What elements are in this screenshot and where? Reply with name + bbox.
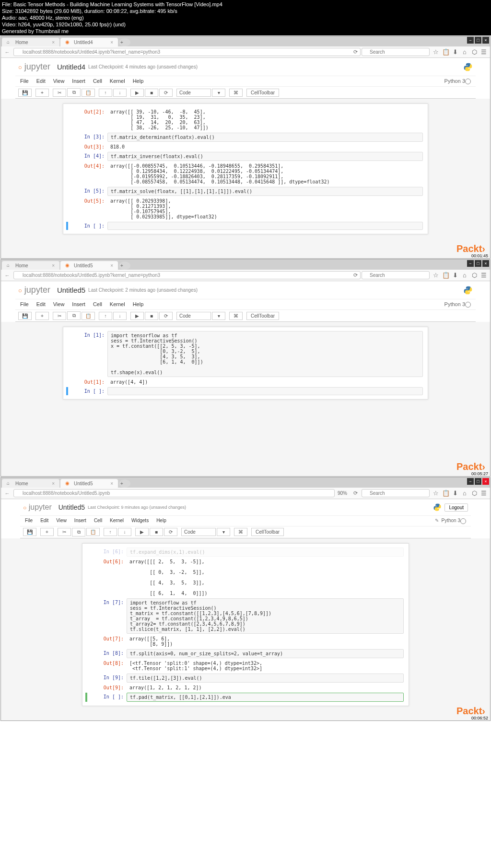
close-button[interactable]: × [482,37,489,44]
dropdown-icon[interactable]: ▾ [217,528,230,536]
run-button[interactable]: ▶ [130,89,144,97]
menu-kernel[interactable]: Kernel [110,78,125,84]
minimize-button[interactable]: − [467,478,474,485]
code-cell[interactable]: tf.matrix_inverse(floatx).eval() [107,152,423,161]
menu-help[interactable]: Help [133,78,144,84]
new-tab-button[interactable]: + [119,262,130,270]
download-icon[interactable]: ⬇ [452,490,458,497]
close-icon[interactable]: × [110,481,113,486]
restart-button[interactable]: ⟳ [159,89,173,97]
home-icon[interactable]: ⌂ [461,48,468,56]
clipboard-icon[interactable]: 📋 [442,272,449,279]
code-cell[interactable]: tf.expand_dims(x,1).eval() [127,548,404,557]
jupyter-logo[interactable]: ○ jupyter [18,285,50,295]
menu-help[interactable]: Help [156,518,166,524]
paste-button[interactable]: 📋 [86,528,100,536]
menu-file[interactable]: File [25,518,33,524]
menu-kernel[interactable]: Kernel [110,301,125,308]
search-input[interactable] [362,271,430,279]
menu-edit[interactable]: Edit [36,301,46,308]
menu-view[interactable]: View [56,518,67,524]
move-down-button[interactable]: ↓ [113,312,127,320]
code-cell[interactable]: tf.matrix_determinant(floatx).eval() [107,133,423,142]
home-icon[interactable]: ⌂ [461,490,468,497]
code-cell[interactable]: import tensorflow as tf sess = tf.Intera… [107,331,423,377]
cell-type-select[interactable]: Code [181,528,216,536]
close-icon[interactable]: × [52,263,55,268]
pocket-icon[interactable]: ⬡ [471,48,478,56]
menu-cell[interactable]: Cell [94,518,102,524]
add-cell-button[interactable]: + [35,312,49,320]
menu-kernel[interactable]: Kernel [110,518,124,524]
code-cell[interactable]: import tensorflow as tf sess = tf.Intera… [127,598,404,634]
menu-insert[interactable]: Insert [72,301,85,308]
tab-notebook[interactable]: ◉Untitled5× [60,261,118,270]
code-cell[interactable]: tf.split(axis=0, num_or_size_splits=2, v… [127,649,404,658]
menu-edit[interactable]: Edit [36,78,46,84]
code-cell[interactable] [107,387,423,395]
minimize-button[interactable]: − [467,260,474,267]
address-bar[interactable] [13,48,361,56]
star-icon[interactable]: ☆ [433,48,439,56]
code-cell[interactable]: tf.matrix_solve(floatx, [[1],[1],[1],[1]… [107,187,423,196]
stop-button[interactable]: ■ [145,89,158,97]
menu-view[interactable]: View [53,78,65,84]
back-button[interactable]: ← [4,491,11,496]
tab-notebook[interactable]: ◉Untitled5× [60,479,118,488]
cell-toolbar-button[interactable]: CellToolbar [246,89,279,97]
close-icon[interactable]: × [110,263,113,268]
new-tab-button[interactable]: + [119,38,130,46]
reload-button[interactable]: ⟳ [352,272,359,278]
maximize-button[interactable]: □ [475,37,481,44]
menu-file[interactable]: File [20,301,29,308]
jupyter-logo[interactable]: ○ jupyter [23,503,52,512]
maximize-button[interactable]: □ [475,260,481,267]
menu-cell[interactable]: Cell [93,78,102,84]
tab-notebook[interactable]: ◉Untitled4× [60,38,118,46]
search-input[interactable] [362,489,430,497]
minimize-button[interactable]: − [467,37,474,44]
reload-button[interactable]: ⟳ [352,490,359,496]
paste-button[interactable]: 📋 [82,89,95,97]
menu-cell[interactable]: Cell [93,301,102,308]
download-icon[interactable]: ⬇ [452,272,458,279]
menu-icon[interactable]: ☰ [480,490,487,497]
restart-button[interactable]: ⟳ [164,528,177,536]
run-button[interactable]: ▶ [130,312,144,320]
run-button[interactable]: ▶ [135,528,149,536]
cut-button[interactable]: ✂ [58,528,71,536]
copy-button[interactable]: ⧉ [72,528,85,537]
tab-home[interactable]: ⌂Home× [2,479,59,488]
code-cell[interactable]: tf.pad(t_matrix, [[0,1],[2,1]]).eva [127,693,404,702]
move-up-button[interactable]: ↑ [104,528,117,536]
address-bar[interactable] [13,271,361,279]
cut-button[interactable]: ✂ [53,89,66,97]
menu-edit[interactable]: Edit [40,518,48,524]
close-icon[interactable]: × [52,40,55,45]
clipboard-icon[interactable]: 📋 [442,490,449,497]
cut-button[interactable]: ✂ [53,312,66,320]
move-up-button[interactable]: ↑ [99,89,112,97]
address-bar[interactable] [13,489,335,497]
pocket-icon[interactable]: ⬡ [471,272,478,279]
save-button[interactable]: 💾 [18,89,32,97]
cell-toolbar-button[interactable]: CellToolbar [251,528,284,536]
save-button[interactable]: 💾 [18,312,32,320]
add-cell-button[interactable]: + [40,528,54,536]
menu-view[interactable]: View [53,301,65,308]
menu-file[interactable]: File [20,78,29,84]
download-icon[interactable]: ⬇ [452,48,458,56]
menu-widgets[interactable]: Widgets [131,518,149,524]
pocket-icon[interactable]: ⬡ [471,490,478,497]
close-icon[interactable]: × [110,40,113,45]
code-cell[interactable]: tf.tile([1,2],[3]).eval() [127,674,404,683]
logout-button[interactable]: Logout [444,503,468,512]
save-button[interactable]: 💾 [23,528,36,536]
menu-insert[interactable]: Insert [72,78,85,84]
star-icon[interactable]: ☆ [433,272,439,279]
paste-button[interactable]: 📋 [82,312,95,320]
cell-toolbar-button[interactable]: CellToolbar [246,312,279,320]
command-palette-button[interactable]: ⌘ [229,312,243,320]
dropdown-icon[interactable]: ▾ [212,89,225,97]
move-up-button[interactable]: ↑ [99,312,112,320]
